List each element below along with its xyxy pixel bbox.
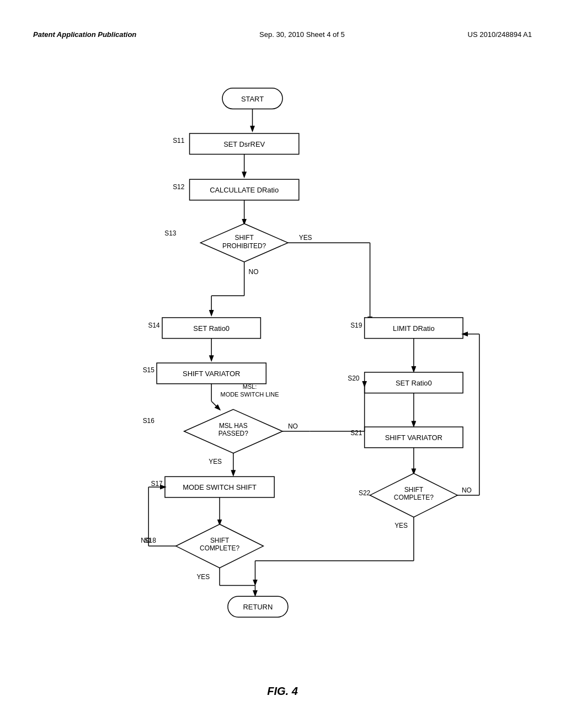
s19-step: S19: [350, 322, 363, 329]
s13-label-1: SHIFT: [234, 234, 253, 242]
s16-label-1: MSL HAS: [219, 422, 248, 430]
s11-label: SET DsrREV: [223, 140, 265, 148]
s22-step: S22: [359, 489, 370, 497]
s11-step: S11: [173, 137, 185, 144]
s18-label-1: SHIFT: [210, 537, 229, 544]
figure-label: FIG. 4: [0, 685, 565, 698]
flowchart-svg: START S11 SET DsrREV S12 CALCULLATE DRat…: [33, 72, 532, 673]
s12-step: S12: [173, 183, 184, 191]
s15-s16-diagonal: [211, 402, 220, 410]
s16-yes-label: YES: [209, 458, 222, 465]
s13-label-2: PROHIBITED?: [222, 242, 266, 250]
s21-label: SHIFT VARIATOR: [385, 433, 443, 442]
s14-label: SET Ratio0: [193, 324, 230, 333]
s15-label: SHIFT VARIATOR: [183, 370, 240, 378]
s22-yes-label: YES: [395, 522, 408, 529]
s19-label: LIMIT DRatio: [393, 324, 435, 333]
s17-step: S17: [151, 480, 163, 488]
s22-label-1: SHIFT: [404, 486, 423, 494]
msl-label-2: MODE SWITCH LINE: [221, 391, 279, 398]
s12-label: CALCULLATE DRatio: [210, 186, 279, 194]
s20-step: S20: [348, 374, 360, 382]
s22-label-2: COMPLETE?: [394, 494, 434, 501]
s16-step: S16: [143, 417, 155, 425]
s13-yes-label: YES: [299, 234, 312, 242]
header-patent-number: US 2010/248894 A1: [468, 30, 532, 39]
s18-no-label: NO: [141, 537, 151, 544]
page: Patent Application Publication Sep. 30, …: [0, 0, 565, 728]
s16-label-2: PASSED?: [218, 430, 248, 437]
s18-yes-label: YES: [196, 573, 210, 581]
header-publication-label: Patent Application Publication: [33, 30, 136, 39]
s17-label: MODE SWITCH SHIFT: [183, 483, 257, 491]
s13-step: S13: [164, 229, 177, 237]
msl-label-1: MSL:: [243, 383, 257, 390]
s14-step: S14: [148, 322, 161, 329]
s15-step: S15: [143, 366, 155, 374]
header-date-sheet: Sep. 30, 2010 Sheet 4 of 5: [259, 30, 345, 39]
s16-no-label: NO: [288, 422, 298, 430]
flowchart-container: START S11 SET DsrREV S12 CALCULLATE DRat…: [33, 72, 532, 673]
return-label: RETURN: [243, 603, 273, 611]
s21-step: S21: [350, 429, 363, 437]
s22-no-label: NO: [462, 486, 472, 494]
s20-label: SET Ratio0: [396, 379, 432, 387]
s18-label-2: COMPLETE?: [200, 544, 239, 552]
page-header: Patent Application Publication Sep. 30, …: [33, 30, 532, 39]
s13-no-label: NO: [249, 268, 259, 276]
start-label: START: [241, 95, 264, 103]
